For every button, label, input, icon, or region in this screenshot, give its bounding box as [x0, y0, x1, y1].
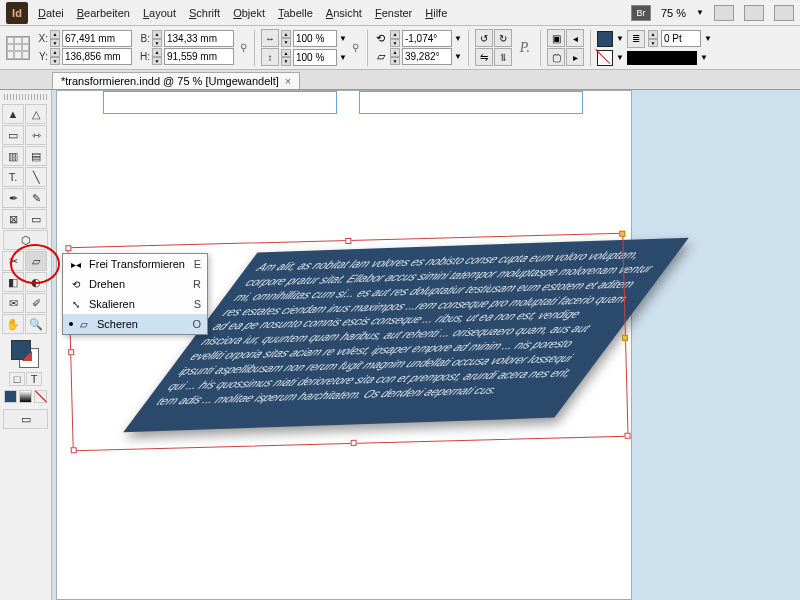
flyout-scale[interactable]: ⤡SkalierenS [63, 294, 207, 314]
hand-tool-icon[interactable]: ✋ [2, 314, 24, 334]
stroke-style[interactable] [627, 51, 697, 65]
sx-spinner[interactable]: ▲▼ [281, 30, 291, 47]
h-spinner[interactable]: ▲▼ [152, 48, 162, 65]
flyout-rotate[interactable]: ⟲DrehenR [63, 274, 207, 294]
select-prev-icon[interactable]: ◂ [566, 29, 584, 47]
gradient-swatch-tool-icon[interactable]: ◧ [2, 272, 24, 292]
content-placer-icon[interactable]: ▤ [25, 146, 47, 166]
scale-x-field[interactable]: 100 % [293, 30, 337, 47]
zoom-level[interactable]: 75 % [661, 7, 686, 19]
flip-h-icon[interactable]: ⇋ [475, 48, 493, 66]
panel-grip-icon[interactable] [4, 94, 47, 100]
arrange-icon[interactable] [744, 5, 764, 21]
gradient-feather-tool-icon[interactable]: ◐ [25, 272, 47, 292]
rot-spinner[interactable]: ▲▼ [390, 30, 400, 47]
polygon-tool-icon[interactable]: ⬡ [3, 230, 48, 250]
shear-field[interactable]: 39,282° [402, 48, 452, 65]
bridge-icon[interactable]: Br [631, 5, 651, 21]
shear-spinner[interactable]: ▲▼ [390, 48, 400, 65]
scale-menu-icon: ⤡ [69, 297, 83, 311]
menu-fenster[interactable]: Fenster [375, 7, 412, 19]
search-icon[interactable] [774, 5, 794, 21]
stroke-swatch[interactable] [597, 50, 613, 66]
x-field[interactable]: 67,491 mm [62, 30, 132, 47]
flyout-shear[interactable]: ▱ScherenO [63, 314, 207, 334]
apply-gradient-icon[interactable] [19, 390, 32, 403]
formatting-text-icon[interactable]: T [26, 372, 42, 386]
selection-tool-icon[interactable]: ▲ [2, 104, 24, 124]
eyedropper-tool-icon[interactable]: ✐ [25, 293, 47, 313]
page[interactable] [56, 90, 632, 600]
tab-close-icon[interactable]: × [285, 75, 291, 87]
view-mode-icon[interactable]: ▭ [3, 409, 48, 429]
menu-tabelle[interactable]: Tabelle [278, 7, 313, 19]
fill-swatch[interactable] [597, 31, 613, 47]
h-field[interactable]: 91,559 mm [164, 48, 234, 65]
y-label: Y: [34, 51, 48, 62]
link-wh-icon[interactable]: ⚲ [238, 31, 248, 65]
stroke-weight-field[interactable]: 0 Pt [661, 30, 701, 47]
flyout-shortcut: E [194, 258, 201, 270]
menu-hilfe[interactable]: Hilfe [425, 7, 447, 19]
document-tab[interactable]: *transformieren.indd @ 75 % [Umgewandelt… [52, 72, 300, 89]
rect-frame-tool-icon[interactable]: ⊠ [2, 209, 24, 229]
rotate-field[interactable]: -1,074° [402, 30, 452, 47]
reference-point-grid[interactable] [6, 36, 30, 60]
select-next-icon[interactable]: ▸ [566, 48, 584, 66]
work-area[interactable]: Am alit, as nobitat lam volores es nobis… [52, 90, 800, 600]
guide-frame[interactable] [359, 91, 583, 114]
select-container-icon[interactable]: ▣ [547, 29, 565, 47]
rotate-cw-icon[interactable]: ↻ [494, 29, 512, 47]
y-spinner[interactable]: ▲▼ [50, 48, 60, 65]
menu-layout[interactable]: Layout [143, 7, 176, 19]
pencil-tool-icon[interactable]: ✎ [25, 188, 47, 208]
rect-tool-icon[interactable]: ▭ [25, 209, 47, 229]
note-tool-icon[interactable]: ✉ [2, 293, 24, 313]
free-transform-tool-icon[interactable]: ▱ [25, 251, 47, 271]
zoom-chevron-icon[interactable]: ▼ [696, 8, 704, 17]
flyout-label: Skalieren [89, 298, 135, 310]
link-scale-icon[interactable]: ⚲ [351, 31, 361, 65]
menu-bearbeiten[interactable]: Bearbeiten [77, 7, 130, 19]
document-tabs: *transformieren.indd @ 75 % [Umgewandelt… [0, 70, 800, 90]
menu-ansicht[interactable]: Ansicht [326, 7, 362, 19]
apply-none-icon[interactable] [34, 390, 47, 403]
apply-color-icon[interactable] [4, 390, 17, 403]
y-field[interactable]: 136,856 mm [62, 48, 132, 65]
direct-selection-tool-icon[interactable]: △ [25, 104, 47, 124]
rotate-ccw-icon[interactable]: ↺ [475, 29, 493, 47]
flip-v-icon[interactable]: ⥮ [494, 48, 512, 66]
transform-flyout-menu: ▸◂Frei TransformierenE ⟲DrehenR ⤡Skalier… [62, 253, 208, 335]
w-spinner[interactable]: ▲▼ [152, 30, 162, 47]
fill-stroke-swatch[interactable] [11, 340, 41, 370]
shear-icon: ▱ [374, 50, 388, 64]
stroke-spinner[interactable]: ▲▼ [648, 30, 658, 47]
select-content-icon[interactable]: ▢ [547, 48, 565, 66]
content-collector-icon[interactable]: ▥ [2, 146, 24, 166]
w-field[interactable]: 134,33 mm [164, 30, 234, 47]
scissors-tool-icon[interactable]: ✂ [2, 251, 24, 271]
screen-mode-icon[interactable] [714, 5, 734, 21]
stroke-chevron-icon[interactable]: ▼ [616, 53, 624, 62]
line-tool-icon[interactable]: ╲ [25, 167, 47, 187]
menu-bar: Id DDateiatei Bearbeiten Layout Schrift … [0, 0, 800, 26]
pen-tool-icon[interactable]: ✒ [2, 188, 24, 208]
page-tool-icon[interactable]: ▭ [2, 125, 24, 145]
sy-spinner[interactable]: ▲▼ [281, 49, 291, 66]
zoom-tool-icon[interactable]: 🔍 [25, 314, 47, 334]
menu-schrift[interactable]: Schrift [189, 7, 220, 19]
fill-chevron-icon[interactable]: ▼ [616, 34, 624, 43]
x-spinner[interactable]: ▲▼ [50, 30, 60, 47]
x-label: X: [34, 33, 48, 44]
gap-tool-icon[interactable]: ⇿ [25, 125, 47, 145]
type-tool-icon[interactable]: T. [2, 167, 24, 187]
menu-datei[interactable]: DDateiatei [38, 7, 64, 19]
formatting-container-icon[interactable]: □ [9, 372, 25, 386]
free-transform-icon: ▸◂ [69, 257, 83, 271]
flyout-free-transform[interactable]: ▸◂Frei TransformierenE [63, 254, 207, 274]
guide-frame[interactable] [103, 91, 337, 114]
menu-objekt[interactable]: Objekt [233, 7, 265, 19]
scale-y-field[interactable]: 100 % [293, 49, 337, 66]
scale-y-icon: ↕ [261, 48, 279, 66]
w-label: B: [136, 33, 150, 44]
